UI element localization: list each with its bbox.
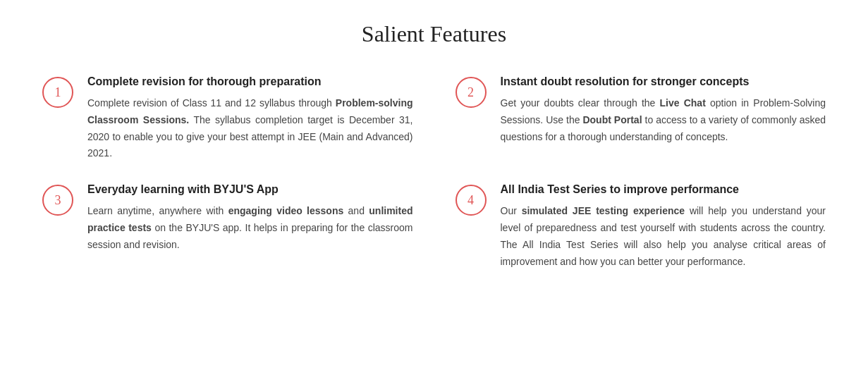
feature-number-2: 2 bbox=[456, 77, 487, 108]
feature-title-3: Everyday learning with BYJU'S App bbox=[87, 183, 413, 196]
feature-item-4: 4 All India Test Series to improve perfo… bbox=[456, 183, 826, 270]
features-grid: 1 Complete revision for thorough prepara… bbox=[42, 75, 826, 270]
feature-content-2: Instant doubt resolution for stronger co… bbox=[501, 75, 826, 145]
feature-title-2: Instant doubt resolution for stronger co… bbox=[501, 75, 826, 88]
feature-content-3: Everyday learning with BYJU'S App Learn … bbox=[87, 183, 413, 253]
feature-description-3: Learn anytime, anywhere with engaging vi… bbox=[87, 203, 413, 253]
feature-description-1: Complete revision of Class 11 and 12 syl… bbox=[87, 95, 413, 162]
feature-item-2: 2 Instant doubt resolution for stronger … bbox=[456, 75, 826, 162]
feature-description-2: Get your doubts clear through the Live C… bbox=[501, 95, 826, 145]
feature-content-4: All India Test Series to improve perform… bbox=[501, 183, 826, 270]
feature-number-3: 3 bbox=[42, 185, 73, 216]
feature-description-4: Our simulated JEE testing experience wil… bbox=[501, 203, 826, 270]
feature-title-1: Complete revision for thorough preparati… bbox=[87, 75, 413, 88]
feature-content-1: Complete revision for thorough preparati… bbox=[87, 75, 413, 162]
feature-number-4: 4 bbox=[456, 185, 487, 216]
page-title: Salient Features bbox=[42, 21, 826, 47]
feature-item-1: 1 Complete revision for thorough prepara… bbox=[42, 75, 413, 162]
feature-number-1: 1 bbox=[42, 77, 73, 108]
feature-item-3: 3 Everyday learning with BYJU'S App Lear… bbox=[42, 183, 413, 270]
feature-title-4: All India Test Series to improve perform… bbox=[501, 183, 826, 196]
page-container: Salient Features 1 Complete revision for… bbox=[0, 0, 868, 298]
